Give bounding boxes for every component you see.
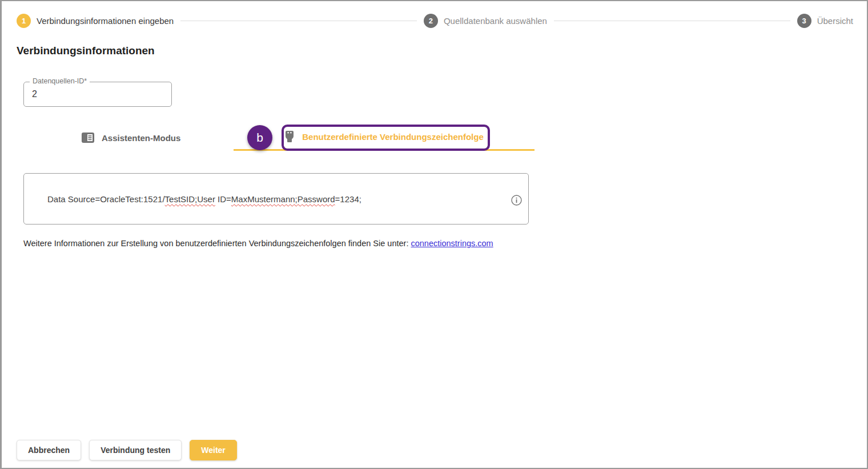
wizard-footer: Abbrechen Verbindung testen Weiter [17, 440, 237, 460]
wizard-list-icon [82, 133, 94, 143]
wizard-window: 1 Verbindungsinformationen eingeben 2 Qu… [0, 0, 868, 469]
info-icon[interactable] [511, 195, 522, 206]
step-3-label: Übersicht [817, 16, 853, 26]
connection-string-help-text: Weitere Informationen zur Erstellung von… [23, 239, 493, 248]
stepper-connector [180, 21, 417, 21]
help-text: Weitere Informationen zur Erstellung von… [23, 239, 411, 248]
connection-string-segment: =1234; [335, 194, 361, 204]
connectionstrings-link[interactable]: connectionstrings.com [411, 239, 493, 248]
tab-custom-connection-string-label: Benutzerdefinierte Verbindungszeichenfol… [302, 132, 484, 142]
stepper-step-2[interactable]: 2 Quelldatenbank auswählen [424, 14, 547, 28]
step-1-label: Verbindungsinformationen eingeben [37, 16, 174, 26]
connection-string-input[interactable]: Data Source=OracleTest:1521/TestSID;User… [33, 181, 501, 217]
step-1-circle: 1 [17, 14, 31, 28]
connection-string-segment: Data Source=OracleTest:1521/ [47, 194, 165, 204]
wizard-stepper: 1 Verbindungsinformationen eingeben 2 Qu… [17, 14, 853, 28]
connection-string-segment: ID= [215, 194, 231, 204]
datasource-id-input[interactable] [24, 82, 171, 106]
page-title: Verbindungsinformationen [17, 45, 155, 57]
test-connection-button[interactable]: Verbindung testen [89, 440, 182, 460]
annotation-letter-badge: b [247, 125, 272, 150]
next-button[interactable]: Weiter [190, 440, 237, 460]
stepper-step-3[interactable]: 3 Übersicht [797, 14, 853, 28]
cancel-button[interactable]: Abbrechen [17, 440, 81, 460]
active-tab-indicator [234, 149, 535, 151]
step-2-circle: 2 [424, 14, 438, 28]
connection-string-misspelled-segment: TestSID;User [165, 194, 215, 204]
connection-string-misspelled-segment: MaxMustermann;Password [231, 194, 335, 204]
step-3-circle: 3 [797, 14, 811, 28]
tab-assistant-mode[interactable]: Assistenten-Modus [82, 130, 180, 145]
datasource-id-label: Datenquellen-ID* [30, 77, 90, 85]
datasource-id-field: Datenquellen-ID* [23, 82, 172, 107]
plug-icon [284, 130, 295, 143]
connection-string-box: Data Source=OracleTest:1521/TestSID;User… [23, 173, 529, 225]
stepper-connector [554, 21, 790, 21]
tab-assistant-mode-label: Assistenten-Modus [102, 133, 180, 143]
stepper-step-1[interactable]: 1 Verbindungsinformationen eingeben [17, 14, 174, 28]
step-2-label: Quelldatenbank auswählen [444, 16, 547, 26]
tab-custom-connection-string[interactable]: Benutzerdefinierte Verbindungszeichenfol… [234, 124, 535, 149]
